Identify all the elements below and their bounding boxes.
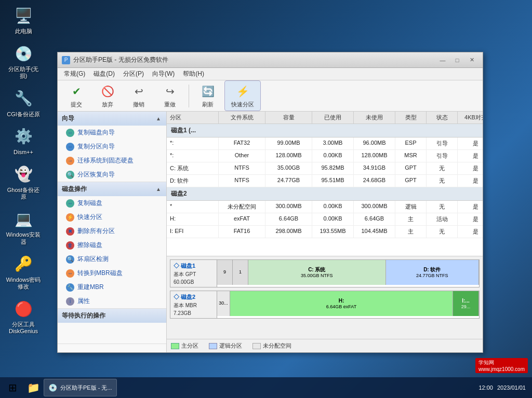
disk-ops-section: 磁盘操作 ▲ ↔ 复制磁盘 ⚡ 快速分区 ✖ 删除所有分区 🗑 擦除磁盘 [58,182,166,309]
partition-status: 引导 [427,138,458,149]
legend-logical-label: 逻辑分区 [219,342,242,350]
desktop-icon-cgi[interactable]: 🔧 CGI备份还原 [5,88,42,118]
partition-status: 无 [427,226,458,238]
disk2-vis-name: ◇ 磁盘2 [174,293,214,301]
copy-disk-label: 复制磁盘向导 [77,128,115,137]
minimize-button[interactable]: — [436,55,449,65]
wipe-disk-item[interactable]: 🗑 擦除磁盘 [58,238,166,252]
disk2-part-unalloc[interactable]: 30... [217,291,230,316]
redo-label: 重做 [164,101,176,108]
partition-type: GPT [395,175,427,187]
desktop-icon-this-pc[interactable]: 🖥️ 此电脑 [5,5,42,35]
table-row[interactable]: * 未分配空间 300.00MB 0.00KB 300.00MB 逻辑 无 是 [167,201,483,213]
migrate-ssd-icon: → [66,157,74,165]
menu-normal[interactable]: 常规(G) [60,68,89,79]
desktop-icon-ghost[interactable]: 👻 Ghost备份还原 [5,164,42,200]
delete-all-label: 删除所有分区 [77,227,115,236]
copy-disk-item[interactable]: ↔ 复制磁盘向导 [58,126,166,140]
partition-name: D: 软件 [167,175,219,187]
this-pc-label: 此电脑 [15,28,32,35]
desktop-icon-diskgenius[interactable]: 🔴 分区工具DiskGenius [5,298,42,335]
col-align: 4KB对齐 [458,112,483,123]
partition-used: 3.00MB [312,138,354,149]
disk1-part-d[interactable]: D: 软件24.77GB NTFS [386,260,479,285]
desktop-icon-partition-assistant[interactable]: 💿 分区助手(无损) [5,43,42,79]
rebuild-mbr-item[interactable]: 🔧 重建MBR [58,280,166,294]
close-button[interactable]: ✕ [465,55,478,65]
partition-fs: FAT16 [219,226,265,238]
discard-button[interactable]: 🚫 放弃 [93,81,122,111]
rebuild-mbr-label: 重建MBR [77,283,104,292]
pending-section-header[interactable]: 等待执行的操作 [58,309,166,323]
disk1-part-msr[interactable]: 1 [233,260,248,285]
table-row[interactable]: D: 软件 NTFS 24.77GB 95.51MB 24.68GB GPT 无… [167,175,483,187]
menu-disk[interactable]: 磁盘(D) [89,68,119,79]
disk2-part-i[interactable]: I:...29... [453,291,479,316]
wizard-section-header[interactable]: 向导 ▲ [58,112,166,126]
refresh-label: 刷新 [202,101,214,108]
table-row[interactable]: I: EFI FAT16 298.00MB 193.55MB 104.45MB … [167,226,483,238]
maximize-button[interactable]: □ [450,55,464,65]
legend-unallocated: 未分配空间 [252,342,291,350]
partition-name: H: [167,213,219,225]
copy-disk2-item[interactable]: ↔ 复制磁盘 [58,196,166,210]
redo-icon: ↪ [162,83,178,100]
partition-status: 无 [427,201,458,213]
menu-help[interactable]: 帮助(H) [179,68,208,79]
quick-partition2-icon: ⚡ [66,213,74,222]
table-row[interactable]: H: exFAT 6.64GB 0.00KB 6.64GB 主 活动 是 [167,213,483,226]
refresh-button[interactable]: 🔄 刷新 [193,81,222,111]
menu-wizard[interactable]: 向导(W) [148,68,179,79]
partition-fs: Other [219,150,265,162]
window-controls: — □ ✕ [436,55,478,65]
submit-button[interactable]: ✔ 提交 [62,81,91,111]
wipe-disk-icon: 🗑 [66,241,74,250]
table-row[interactable]: *: Other 128.00MB 0.00KB 128.00MB MSR 引导… [167,150,483,162]
table-row[interactable]: *: FAT32 99.00MB 3.00MB 96.00MB ESP 引导 是 [167,138,483,150]
ghost-icon: 👻 [13,164,34,185]
legend-logical: 逻辑分区 [209,342,242,350]
cgi-icon: 🔧 [13,88,34,109]
disk2-part-h[interactable]: H:6.64GB exFAT [230,291,453,316]
disk1-part-esp[interactable]: 9 [217,260,233,285]
disk1-part-c[interactable]: C: 系统35.00GB NTFS [248,260,386,285]
copy-partition-item[interactable]: ↔ 复制分区向导 [58,140,166,154]
redo-button[interactable]: ↪ 重做 [155,81,184,111]
partition-recover-item[interactable]: 🔍 分区恢复向导 [58,168,166,182]
properties-item[interactable]: i 属性 [58,294,166,308]
disk2-parts: 30... H:6.64GB exFAT I:...29... [217,291,479,316]
dism-icon: ⚙️ [13,126,34,147]
wizard-collapse-icon: ▲ [155,115,162,122]
dism-label: Dism++ [14,149,33,156]
taskbar-app-item[interactable]: 💿 分区助手PE版 - 无... [44,379,117,396]
delete-all-item[interactable]: ✖ 删除所有分区 [58,224,166,238]
disk1-vis-type: 基本 GPT [174,271,214,278]
table-row[interactable]: C: 系统 NTFS 35.00GB 95.82MB 34.91GB GPT 无… [167,162,483,175]
wizard-title: 向导 [62,114,74,123]
disk2-vis-row: ◇ 磁盘2 基本 MBR 7.23GB 30... H:6.64GB exFAT… [170,291,479,318]
desktop-icon-windows-install[interactable]: 💻 Windows安装器 [5,209,42,245]
desktop-icon-windows-pwd[interactable]: 🔑 Windows密码修改 [5,254,42,290]
disk1-vis-row: ◇ 磁盘1 基本 GPT 60.00GB 9 1 C: 系统35.00GB NT… [170,260,479,287]
partition-align: 是 [458,213,483,225]
copy-partition-label: 复制分区向导 [77,142,115,151]
taskbar-time: 12:00 [478,385,493,391]
partition-table: 分区 文件系统 容量 已使用 未使用 类型 状态 4KB对齐 磁盘1 (... … [167,112,483,256]
quick-partition-button[interactable]: ⚡ 快速分区 [224,80,261,111]
disk-ops-section-header[interactable]: 磁盘操作 ▲ [58,182,166,196]
to-mbr-item[interactable]: ↔ 转换到MBR磁盘 [58,266,166,280]
start-button[interactable]: ⊞ [2,378,23,397]
partition-fs: FAT32 [219,138,265,149]
desktop-icon-dism[interactable]: ⚙️ Dism++ [5,126,42,156]
windows-install-icon: 💻 [13,209,34,229]
bad-sector-item[interactable]: 🔍 坏扇区检测 [58,252,166,266]
quick-partition2-item[interactable]: ⚡ 快速分区 [58,210,166,224]
menu-partition[interactable]: 分区(P) [119,68,148,79]
copy-disk2-label: 复制磁盘 [77,199,102,208]
copy-partition-icon: ↔ [66,143,74,151]
migrate-ssd-item[interactable]: → 迁移系统到固态硬盘 [58,154,166,168]
undo-button[interactable]: ↩ 撤销 [124,81,153,111]
taskbar-file-explorer[interactable]: 📁 [24,378,43,397]
partition-status: 无 [427,162,458,174]
partition-type: 逻辑 [395,201,427,213]
